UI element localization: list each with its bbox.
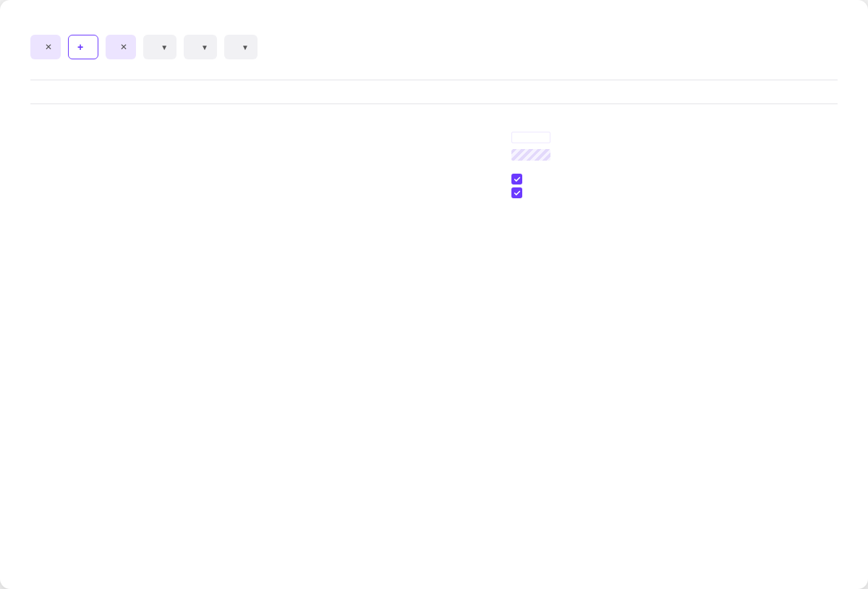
filter-bar: ✕ + ✕ ▼ ▼ ▼ xyxy=(30,35,838,59)
show-open-checkbox[interactable] xyxy=(511,187,522,198)
show-exact-checkbox[interactable] xyxy=(511,174,522,185)
date-range-chip[interactable]: ✕ xyxy=(106,35,136,59)
heatmap xyxy=(30,122,482,201)
legend-swatch-closed xyxy=(511,149,550,161)
group-chip[interactable]: ✕ xyxy=(30,35,61,59)
nav-tabs xyxy=(30,72,838,80)
close-icon[interactable]: ✕ xyxy=(120,42,127,52)
plus-icon: + xyxy=(77,41,83,53)
keyword-filter[interactable]: ▼ xyxy=(143,35,176,59)
legend-swatch-nocalls xyxy=(511,132,550,143)
chevron-down-icon: ▼ xyxy=(161,43,168,51)
duration-filter[interactable]: ▼ xyxy=(224,35,258,59)
close-icon[interactable]: ✕ xyxy=(45,42,52,52)
sub-tabs xyxy=(30,96,838,104)
chevron-down-icon: ▼ xyxy=(201,43,208,51)
moment-filter[interactable]: ▼ xyxy=(184,35,217,59)
add-group-button[interactable]: + xyxy=(68,35,98,59)
chevron-down-icon: ▼ xyxy=(242,43,249,51)
legend xyxy=(511,122,561,201)
